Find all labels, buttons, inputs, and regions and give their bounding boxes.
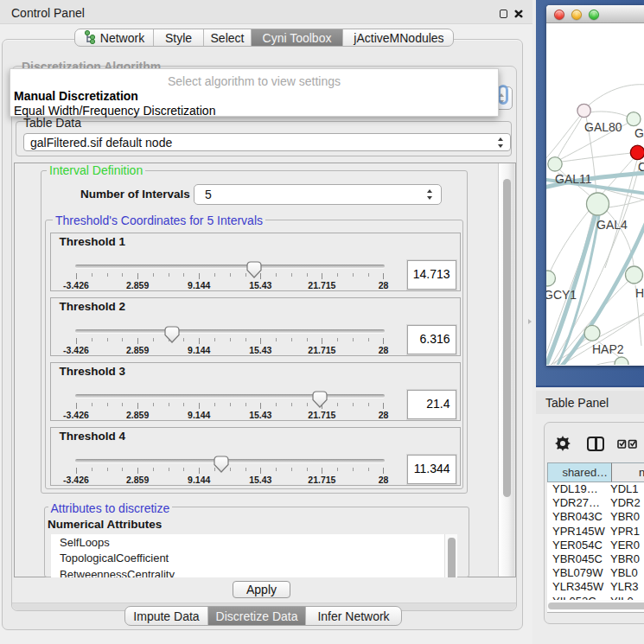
svg-text:GCY1: GCY1 — [546, 288, 577, 302]
svg-text:H: H — [635, 286, 644, 300]
svg-text:HAP2: HAP2 — [592, 342, 624, 356]
svg-text:GAL11: GAL11 — [555, 172, 592, 186]
svg-text:GAL80: GAL80 — [584, 120, 622, 134]
svg-text:GAL4: GAL4 — [596, 218, 628, 232]
svg-text:GA: GA — [634, 126, 644, 140]
svg-text:C: C — [638, 160, 644, 174]
